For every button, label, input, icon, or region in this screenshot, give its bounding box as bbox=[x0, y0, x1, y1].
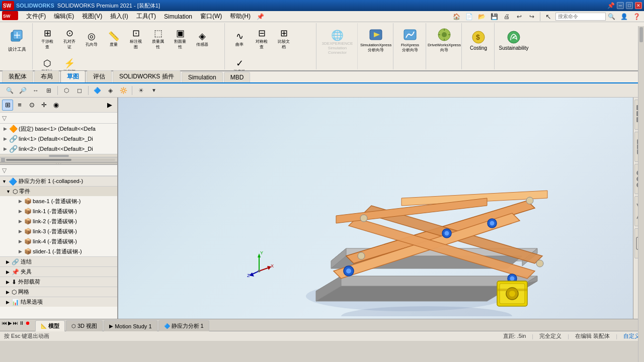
toolbar-select[interactable]: ↖ bbox=[543, 11, 554, 22]
view-wire-icon[interactable]: ◈ bbox=[105, 85, 116, 96]
menu-item-edit[interactable]: 编辑(E) bbox=[50, 11, 78, 22]
tree-link-3[interactable]: ▶ 📦 link-3 (-普通碳钢-) bbox=[0, 226, 117, 236]
tree-link-4[interactable]: ▶ 📦 link-4 (-普通碳钢-) bbox=[0, 236, 117, 246]
tab-evaluate[interactable]: 评估 bbox=[87, 70, 112, 82]
floxpress-btn[interactable]: FloXpress分析向导 bbox=[397, 24, 423, 56]
simxpress-btn[interactable]: SimulationXpress分析向导 bbox=[362, 24, 390, 56]
toolbar-undo[interactable]: ↩ bbox=[514, 11, 525, 22]
symmetry-btn[interactable]: ⊟ 对称检查 bbox=[251, 24, 272, 53]
curvature-btn[interactable]: ∿ 曲率 bbox=[229, 24, 250, 53]
hole-wizard-btn[interactable]: ◎ 孔向导 bbox=[81, 24, 102, 53]
hole-alignment-btn[interactable]: ⊙ 孔对齐证 bbox=[59, 24, 80, 53]
play-prev-btn[interactable]: ⏮ bbox=[2, 320, 7, 326]
view-section-icon[interactable]: ▼ bbox=[148, 85, 159, 96]
mass-props-btn[interactable]: ⬚ 质量属性 bbox=[147, 24, 169, 53]
menu-item-window[interactable]: 窗口(W) bbox=[196, 11, 226, 22]
play-btn[interactable]: ▶ bbox=[8, 320, 12, 326]
tree-link1[interactable]: ▶ 🔗 link<1> (Default<<Default>_Di bbox=[0, 134, 117, 144]
view-shadow-icon[interactable]: 🔆 bbox=[118, 85, 129, 96]
panel-btn-add[interactable]: ✛ bbox=[38, 100, 49, 111]
ribbon-group-sustainability: Sustainability bbox=[496, 23, 532, 69]
menu-item-simulation[interactable]: Simulation bbox=[160, 12, 196, 21]
design-tool-btn[interactable]: 设计工具 bbox=[5, 24, 29, 56]
play-stop-btn[interactable]: ⏸ bbox=[19, 320, 24, 326]
sustainability-btn[interactable]: Sustainability bbox=[499, 24, 529, 56]
bottom-tab-model[interactable]: 📐 模型 bbox=[35, 320, 65, 331]
check-active-btn[interactable]: ✓ 检查激活文档 bbox=[229, 54, 250, 70]
panel-btn-tree[interactable]: ⊞ bbox=[2, 100, 13, 111]
search-btn[interactable]: 🔍 bbox=[606, 11, 617, 22]
tab-mbd[interactable]: MBD bbox=[224, 72, 251, 82]
section-btn[interactable]: ▣ 割面量性 bbox=[170, 24, 191, 53]
view-rotate-icon[interactable]: ↔ bbox=[30, 85, 41, 96]
tree-base1[interactable]: ▶ 🔶 (固定) base<1> (Default<<Defa bbox=[0, 124, 117, 134]
menubar: SW 文件(F) 编辑(E) 视图(V) 插入(I) 工具(T) Simulat… bbox=[0, 11, 644, 22]
panel-btn-search[interactable]: ◉ bbox=[50, 100, 61, 111]
parts-section[interactable]: ▼ ⬡ 零件 bbox=[0, 186, 117, 196]
maximize-btn[interactable]: □ bbox=[626, 2, 633, 9]
connections-section[interactable]: ▶ 🔗 连结 bbox=[0, 256, 117, 266]
toolbar-new[interactable]: 📄 bbox=[463, 11, 474, 22]
panel-btn-list[interactable]: ≡ bbox=[14, 100, 25, 111]
tree-link-2[interactable]: ▶ 📦 link-2 (-普通碳钢-) bbox=[0, 216, 117, 226]
tree-base-1[interactable]: ▶ 📦 base-1 (-普通碳钢-) bbox=[0, 196, 117, 206]
tab-sketch[interactable]: 草图 bbox=[60, 70, 86, 82]
perf-icon: ⚡ bbox=[64, 58, 75, 69]
minimize-btn[interactable]: ─ bbox=[617, 2, 624, 9]
toolbar-open[interactable]: 📂 bbox=[476, 11, 487, 22]
view-zoom-icon[interactable]: 🔍 bbox=[4, 85, 15, 96]
tab-plugins[interactable]: SOLIDWORKS 插件 bbox=[113, 70, 181, 82]
toolbar-save[interactable]: 💾 bbox=[489, 11, 500, 22]
perf-btn[interactable]: ⚡ 性能评估 bbox=[59, 54, 80, 70]
menu-pin-icon[interactable]: 📌 bbox=[257, 13, 264, 20]
scroll-handle[interactable] bbox=[0, 154, 117, 157]
measure-btn[interactable]: 📏 度量 bbox=[103, 24, 124, 53]
assembly-visual-btn[interactable]: ⬡ 装配体直观 bbox=[37, 54, 58, 70]
tab-simulation[interactable]: Simulation bbox=[182, 72, 223, 82]
mesh-section[interactable]: ▶ ⬡ 网格 bbox=[0, 287, 117, 297]
panel-btn-filter[interactable]: ⊙ bbox=[26, 100, 37, 111]
bottom-tab-3dview[interactable]: ⬡ 3D 视图 bbox=[66, 320, 103, 331]
standard-views-btn[interactable]: ⊡ 标注视图 bbox=[125, 24, 146, 53]
view-select-icon[interactable]: ⊞ bbox=[43, 85, 54, 96]
tab-layout[interactable]: 布局 bbox=[34, 70, 59, 82]
tree-link2[interactable]: ▶ 🔗 link<2> (Default<<Default>_Di bbox=[0, 144, 117, 154]
view-cube-icon[interactable]: ◻ bbox=[74, 85, 85, 96]
tab-assembly[interactable]: 装配体 bbox=[2, 70, 33, 82]
pin-icon[interactable]: 📌 bbox=[607, 2, 615, 9]
search-input[interactable] bbox=[555, 13, 606, 21]
ext-loads-section[interactable]: ▶ ⬇ 外部载荷 bbox=[0, 277, 117, 287]
fixtures-section[interactable]: ▶ 📌 夹具 bbox=[0, 266, 117, 277]
costing-btn[interactable]: $ Costing bbox=[466, 24, 491, 56]
bottom-tab-motion[interactable]: ▶ Motion Study 1 bbox=[104, 320, 157, 331]
view-box-icon[interactable]: ⬡ bbox=[61, 85, 72, 96]
toolbar-home[interactable]: 🏠 bbox=[451, 11, 462, 22]
user-icon[interactable]: 👤 bbox=[618, 11, 629, 22]
view-zoom2-icon[interactable]: 🔎 bbox=[17, 85, 28, 96]
bottom-tab-analysis[interactable]: 🔷 静应力分析 1 bbox=[158, 320, 209, 331]
close-btn[interactable]: ✕ bbox=[635, 2, 642, 9]
tree-slider-1[interactable]: ▶ 📦 slider-1 (-普通碳钢-) bbox=[0, 246, 117, 256]
viewport[interactable]: Y X Z bbox=[118, 98, 633, 319]
play-next-btn[interactable]: ⏭ bbox=[13, 320, 18, 326]
toolbar-print[interactable]: 🖨 bbox=[501, 11, 512, 22]
analysis-section[interactable]: ▼ 🔷 静应力分析 1 (-collapsed-) bbox=[0, 176, 117, 186]
menu-item-view[interactable]: 视图(V) bbox=[78, 11, 106, 22]
toolbar-redo[interactable]: ↪ bbox=[526, 11, 537, 22]
help-icon[interactable]: ❓ bbox=[631, 11, 642, 22]
menu-item-help[interactable]: 帮助(H) bbox=[226, 11, 255, 22]
sensor-btn[interactable]: ◈ 传感器 bbox=[192, 24, 213, 53]
menu-item-file[interactable]: 文件(F) bbox=[22, 11, 50, 22]
play-record-btn[interactable]: ⏺ bbox=[25, 320, 30, 326]
interference-btn[interactable]: ⊞ 干涉检查 bbox=[37, 24, 58, 53]
results-section[interactable]: ▶ 📊 结果选项 bbox=[0, 297, 117, 307]
compare-btn[interactable]: ⊞ 比较文档 bbox=[273, 24, 294, 53]
menu-item-tools[interactable]: 工具(T) bbox=[132, 11, 160, 22]
toolbar-search[interactable]: 🔍 bbox=[555, 11, 617, 22]
driveworks-btn[interactable]: DriveWorksXpress向导 bbox=[430, 24, 458, 56]
menu-item-insert[interactable]: 插入(I) bbox=[106, 11, 132, 22]
view-lights-icon[interactable]: ☀ bbox=[135, 85, 146, 96]
view-shade-icon[interactable]: 🔷 bbox=[92, 85, 103, 96]
panel-expand-btn[interactable]: ▶ bbox=[104, 100, 115, 111]
tree-link-1[interactable]: ▶ 📦 link-1 (-普通碳钢-) bbox=[0, 206, 117, 216]
